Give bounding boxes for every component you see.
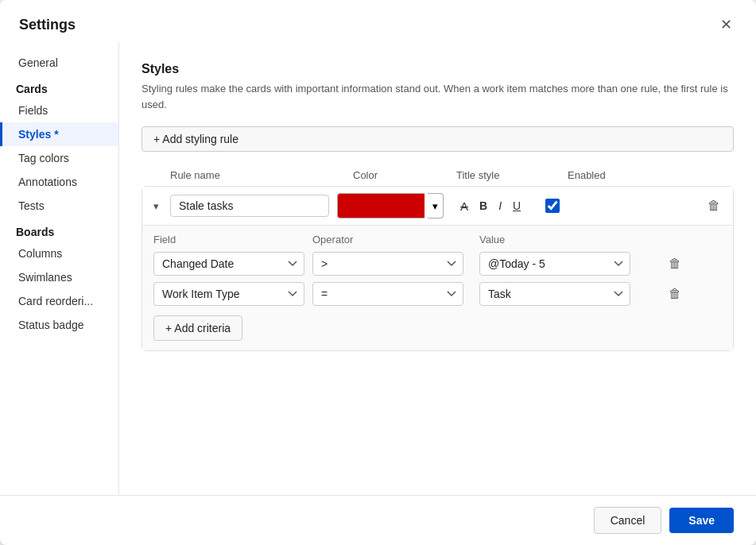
italic-button[interactable]: I <box>494 197 506 215</box>
enabled-checkbox[interactable] <box>545 199 560 213</box>
sidebar-section-boards: Boards <box>0 218 118 242</box>
criteria-col-value: Value <box>479 234 654 245</box>
settings-dialog: Settings ✕ General Cards Fields Styles *… <box>0 0 756 545</box>
criteria-row-2: Changed Date Work Item Type = <> > Task … <box>153 282 722 306</box>
sidebar-item-columns[interactable]: Columns <box>0 242 118 265</box>
delete-criteria-2-button[interactable]: 🗑 <box>664 285 686 303</box>
save-button[interactable]: Save <box>669 508 734 533</box>
criteria-row-1: Changed Date Work Item Type > < = @Today… <box>153 252 722 276</box>
underline-button[interactable]: U <box>509 197 525 215</box>
criteria-operator-select-2[interactable]: = <> > <box>312 282 463 306</box>
criteria-header: Field Operator Value <box>153 234 722 245</box>
sidebar: General Cards Fields Styles * Tag colors… <box>0 43 119 495</box>
trash-icon: 🗑 <box>708 199 720 212</box>
dialog-body: General Cards Fields Styles * Tag colors… <box>0 43 756 495</box>
criteria-operator-select-1[interactable]: > < = <box>312 252 463 276</box>
delete-rule-button[interactable]: 🗑 <box>703 197 725 215</box>
criteria-col-field: Field <box>153 234 312 245</box>
sidebar-item-tests[interactable]: Tests <box>0 194 118 218</box>
chevron-down-icon: ▾ <box>432 200 438 212</box>
cancel-button[interactable]: Cancel <box>594 507 662 534</box>
color-swatch[interactable] <box>337 193 425 218</box>
rule-row: ▾ ▾ A B I U <box>142 186 734 351</box>
criteria-field-select-1[interactable]: Changed Date Work Item Type <box>153 252 304 276</box>
rule-main: ▾ ▾ A B I U <box>142 187 733 225</box>
chevron-down-icon: ▾ <box>153 200 159 212</box>
close-button[interactable]: ✕ <box>715 14 737 35</box>
sidebar-item-card-reordering[interactable]: Card reorderi... <box>0 289 118 313</box>
color-dropdown-button[interactable]: ▾ <box>428 193 444 218</box>
criteria-field-select-2[interactable]: Changed Date Work Item Type <box>153 282 304 306</box>
sidebar-item-annotations[interactable]: Annotations <box>0 170 118 194</box>
color-picker: ▾ <box>337 193 444 218</box>
col-title-style: Title style <box>456 169 568 181</box>
col-enabled: Enabled <box>568 169 631 181</box>
sidebar-section-cards: Cards <box>0 75 118 99</box>
section-title: Styles <box>142 62 734 76</box>
sidebar-item-styles[interactable]: Styles * <box>0 122 118 146</box>
bold-button[interactable]: B <box>475 197 491 215</box>
criteria-value-select-2[interactable]: Task Bug User Story Feature Epic <box>479 282 630 306</box>
trash-icon: 🗑 <box>669 257 681 270</box>
section-description: Styling rules make the cards with import… <box>142 81 734 112</box>
criteria-value-select-1[interactable]: @Today - 5 @Today @Today - 1 @Today - 7 <box>479 252 630 276</box>
table-header: Rule name Color Title style Enabled <box>142 166 734 186</box>
col-rule-name: Rule name <box>170 169 353 181</box>
sidebar-item-tag-colors[interactable]: Tag colors <box>0 146 118 170</box>
delete-criteria-1-button[interactable]: 🗑 <box>664 255 686 272</box>
sidebar-item-fields[interactable]: Fields <box>0 99 118 122</box>
criteria-col-delete <box>654 234 686 245</box>
rule-name-input[interactable] <box>170 195 329 217</box>
rule-expand-button[interactable]: ▾ <box>150 199 162 214</box>
title-style-group: A B I U <box>456 197 525 215</box>
main-content: Styles Styling rules make the cards with… <box>119 43 756 495</box>
dialog-header: Settings ✕ <box>0 0 756 43</box>
add-styling-rule-button[interactable]: + Add styling rule <box>142 126 734 152</box>
criteria-col-operator: Operator <box>312 234 479 245</box>
criteria-section: Field Operator Value Changed Date Work I… <box>142 225 733 350</box>
col-color: Color <box>353 169 456 181</box>
dialog-title: Settings <box>19 17 76 33</box>
strikethrough-button[interactable]: A <box>456 197 472 215</box>
add-criteria-button[interactable]: + Add criteria <box>153 315 242 341</box>
sidebar-item-status-badge[interactable]: Status badge <box>0 313 118 337</box>
sidebar-item-general[interactable]: General <box>0 51 118 75</box>
sidebar-item-swimlanes[interactable]: Swimlanes <box>0 265 118 289</box>
dialog-footer: Cancel Save <box>0 495 756 545</box>
trash-icon: 🗑 <box>669 287 681 300</box>
